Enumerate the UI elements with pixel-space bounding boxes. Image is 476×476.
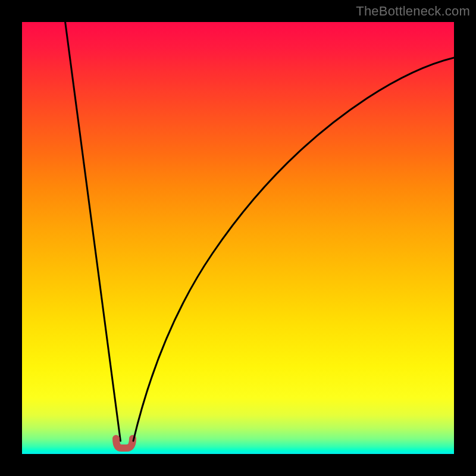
dip-marker	[116, 439, 133, 448]
curve-left-branch	[65, 22, 121, 441]
curve-right-branch	[133, 58, 454, 441]
watermark-text: TheBottleneck.com	[356, 4, 470, 19]
bottleneck-curve	[22, 22, 454, 454]
chart-frame: TheBottleneck.com	[0, 0, 476, 476]
plot-area	[22, 22, 454, 454]
